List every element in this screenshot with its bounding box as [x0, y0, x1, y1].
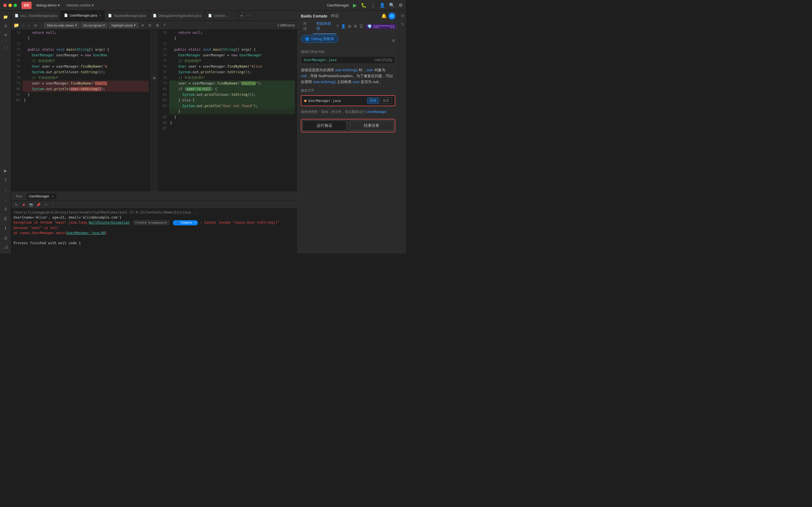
more-button[interactable]: ⋮ [370, 2, 375, 8]
code-line: } [169, 36, 295, 41]
code-line: UserManager userManager = new UserManage… [169, 52, 295, 58]
screenshot-icon[interactable]: 📷 [28, 202, 34, 208]
left-sidebar-icon3[interactable]: ⋮⋮ [2, 44, 10, 52]
grid-icon[interactable]: ⊞ [348, 24, 351, 29]
run-verify-button[interactable]: 运行验证 [303, 121, 347, 131]
stop-icon[interactable]: ■ [21, 202, 27, 208]
close-button[interactable] [3, 4, 7, 7]
right-code-pane[interactable]: 70 72 73 74 75 76 77 78 79 80 81 82 83 [158, 30, 297, 191]
left-code-pane[interactable]: 70 72 73 74 75 76 77 78 79 80 81 82 [11, 30, 151, 191]
code-line: public static void main(String[] args) { [169, 47, 295, 52]
code-line [22, 41, 149, 47]
tab-userse[interactable]: 📄 UserSe... [205, 11, 239, 20]
code-line: // 不存在的用户 [22, 75, 149, 80]
modify-section-label: 修改文件 [301, 88, 395, 93]
end-task-button[interactable]: 结束任务 [350, 121, 394, 131]
print-icon[interactable]: 🖨 [2, 234, 10, 242]
profile-icon[interactable]: 👤 [379, 3, 385, 8]
project-avatar: DD [21, 2, 32, 9]
code-line: System.out.println(user.toString()); [169, 69, 295, 75]
folder-nav-icon[interactable]: 📁 [13, 22, 19, 28]
right-panel: Baidu Comate 对话 🔔 m 对话 智能体助理 ? 👤 ⊞ ⚙ ☰ 💎 [297, 11, 399, 253]
action-buttons: 采纳 放弃 [367, 98, 392, 104]
left-sidebar-icon1[interactable]: ⊞ [2, 22, 10, 30]
file-modify-row: UserManager.java 采纳 放弃 [301, 95, 395, 106]
console-line [13, 235, 295, 240]
editor-area: 📄 src/.../UserManager.java 📄 UserManager… [11, 11, 297, 253]
pin-icon[interactable]: 📌 [36, 202, 41, 208]
debug-badge[interactable]: 🔵 Debug 智能体 [301, 35, 338, 43]
side-by-side-btn[interactable]: Side-by-side viewer ▾ [44, 22, 79, 28]
project-name[interactable]: debug-demo ▾ [36, 3, 60, 7]
settings-icon[interactable]: ⚙ [399, 3, 403, 8]
tab-studentmanager[interactable]: 📄 StudentManager.java [105, 11, 149, 20]
help-icon[interactable]: ? [162, 22, 167, 28]
bottom-tab-usermanager[interactable]: UserManager ✕ [27, 193, 56, 200]
minimize-button[interactable] [8, 4, 12, 7]
left-sidebar-icon2[interactable]: ⊕ [2, 31, 10, 39]
info-icon[interactable]: ℹ [2, 224, 10, 232]
tab-src[interactable]: 📄 src/.../UserManager.java [11, 11, 61, 20]
titlebar: DD debug-demo ▾ Version control ▾ UserMa… [0, 0, 406, 11]
er-icon2[interactable]: ✎ [401, 22, 404, 27]
prev-diff-icon[interactable]: ↑ [21, 22, 25, 28]
file-ref-line: Line [73,81] [374, 58, 392, 62]
code-line-add: System.out.println(user.toString()); [169, 92, 295, 98]
er-icon1[interactable]: ⊕ [401, 13, 404, 18]
person-icon[interactable]: 👤 [341, 24, 346, 29]
gear-icon[interactable]: ⚙ [154, 22, 160, 28]
bottom-tab-run[interactable]: Run [13, 193, 24, 200]
list-rp-icon[interactable]: ☰ [359, 24, 363, 29]
left-code-lines: return null; } public static void main(S… [22, 30, 151, 191]
tab-debugdemo[interactable]: 📄 DebugDemoApplication.java [149, 11, 205, 20]
sync-icon[interactable]: ⇅ [147, 22, 153, 28]
swap-icon[interactable]: ⇄ [33, 22, 38, 28]
discard-button[interactable]: 放弃 [380, 98, 392, 104]
console-line: at cases.UserManager.main(UserManager.ja… [13, 230, 295, 235]
list-icon[interactable]: ☰ [2, 215, 10, 223]
upload-icon[interactable]: ↑ [2, 186, 10, 194]
play-icon[interactable]: ▶ [2, 167, 10, 175]
next-diff-icon[interactable]: ↓ [27, 22, 31, 28]
tab-usermanager[interactable]: 📄 UserManager.java ✕ [61, 11, 105, 20]
rerun-icon[interactable]: ↻ [13, 202, 19, 208]
will-use-text: 我将使用您「采纳」的文件，尝试重新运行 UserManager [301, 110, 395, 114]
usermanager-link[interactable]: UserManager [366, 110, 387, 114]
diff-arrow-item[interactable]: » [153, 75, 156, 81]
download-icon[interactable]: ↓ [2, 195, 10, 203]
bell-icon[interactable]: 🔔 [381, 13, 387, 18]
code-line [169, 126, 295, 131]
code-line: } [169, 120, 295, 126]
close-debug-icon[interactable]: ✕ [392, 38, 395, 43]
tab-close-usermanager[interactable]: ✕ [99, 14, 101, 17]
folder-icon[interactable]: 📁 [2, 13, 10, 21]
window-controls [3, 4, 17, 7]
search-icon[interactable]: 🔍 [389, 3, 395, 8]
create-breakpoint-btn[interactable]: Create breakpoint [133, 220, 169, 225]
bottom-tab-close[interactable]: ✕ [52, 195, 54, 198]
question-icon[interactable]: ? [336, 24, 339, 29]
terminal-icon[interactable]: ⊙ [2, 205, 10, 213]
run-button[interactable]: ▶ [353, 2, 357, 8]
debug-button[interactable]: 🐛 [361, 3, 366, 8]
adopt-button[interactable]: 采纳 [367, 98, 379, 104]
git-icon[interactable]: ⎇ [2, 243, 10, 251]
more-options-icon[interactable]: ⋮ [50, 202, 56, 208]
code-line-add: } [169, 109, 295, 114]
code-line: UserManager userManager = new UserMan [22, 52, 149, 58]
code-line-add: System.out.println("User not found"); [169, 103, 295, 109]
panel-title2[interactable]: 对话 [331, 13, 339, 18]
version-control[interactable]: Version control ▾ [66, 3, 94, 7]
tab-more-button[interactable]: ▾ [239, 11, 245, 20]
highlight-words-btn[interactable]: Highlight words ▾ [109, 22, 138, 28]
ignore-btn[interactable]: Do not ignore ▾ [81, 22, 107, 28]
settings-rp-icon[interactable]: ⚙ [354, 24, 357, 29]
text-icon[interactable]: T [2, 176, 10, 184]
tab-extra-options[interactable]: ⋯ [245, 11, 253, 20]
console-output: /Users/lixiangqian/Library/Java/JavaVirt… [11, 209, 297, 253]
comate-badge[interactable]: 🔵 Comate → [173, 220, 198, 225]
maximize-button[interactable] [13, 4, 17, 7]
code-line: public static void main(String[] args) { [22, 47, 149, 52]
close-diff-icon[interactable]: ✕ [140, 22, 146, 28]
share-icon[interactable]: ↗ [43, 202, 49, 208]
